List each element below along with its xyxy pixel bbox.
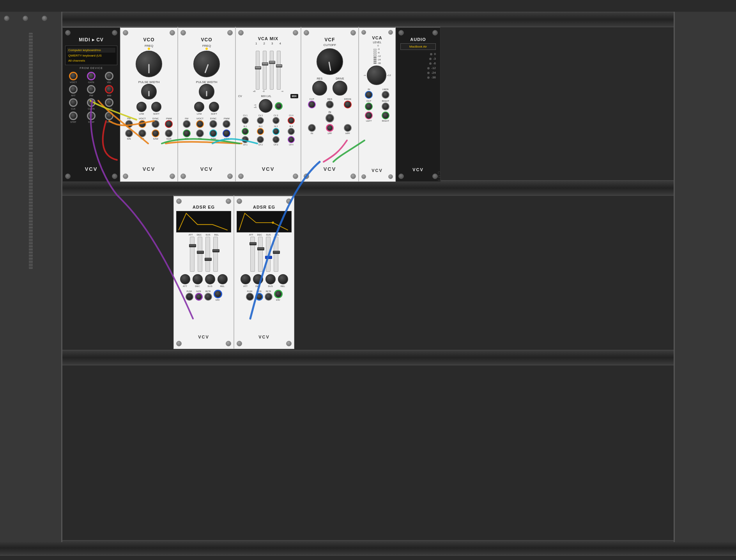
adsr1-att-knob[interactable] xyxy=(180,274,190,284)
vcamix-fader1[interactable] xyxy=(255,66,261,69)
vcamix-fader4[interactable] xyxy=(276,64,282,67)
adsr2-retr-jack[interactable] xyxy=(265,293,272,301)
vco2-voct-jack[interactable] xyxy=(196,120,204,128)
adsr1-env-jack[interactable] xyxy=(214,290,222,298)
jack-stop[interactable] xyxy=(87,112,96,120)
jack-mw[interactable] xyxy=(105,85,113,94)
adsr1-retr-jack[interactable] xyxy=(204,293,212,301)
midi-item-3[interactable]: All channels xyxy=(67,58,115,63)
vca-out-jack[interactable] xyxy=(365,103,373,110)
adsr2-rel-knob[interactable] xyxy=(278,274,288,284)
adsr2-sus-knob[interactable] xyxy=(265,274,276,284)
vcamix-in1[interactable] xyxy=(242,128,249,135)
vcamix-in4[interactable] xyxy=(288,128,295,135)
vco1-sync-jack[interactable] xyxy=(152,120,159,128)
jack-voct[interactable] xyxy=(69,72,78,80)
vco2-saw-jack[interactable] xyxy=(209,129,217,137)
adsr2-rel-fader[interactable] xyxy=(273,251,280,254)
vcf-res-knob[interactable] xyxy=(312,81,327,96)
vcamix-cv1[interactable] xyxy=(242,117,249,124)
vcf-in2-jack[interactable] xyxy=(308,124,316,132)
jack-gate[interactable] xyxy=(87,72,96,80)
vca-in-jack[interactable] xyxy=(365,91,373,99)
vco1-voct-jack[interactable] xyxy=(138,120,146,128)
vcamix-ch4[interactable] xyxy=(288,136,295,143)
vco1-soft-knob[interactable] xyxy=(151,102,161,112)
adsr2-gate-jack[interactable] xyxy=(255,293,263,301)
vco2-soft-knob[interactable] xyxy=(209,102,219,112)
vca-right2-jack[interactable] xyxy=(382,112,389,119)
vco2-pw-knob[interactable] xyxy=(199,84,214,99)
vca-lmon-jack[interactable] xyxy=(382,91,389,99)
vcf-res-jack[interactable] xyxy=(326,101,334,108)
adsr1-gate-jack[interactable] xyxy=(195,293,203,301)
vcamix-cv4[interactable] xyxy=(288,117,295,124)
vco2-lfm-knob[interactable] xyxy=(194,102,204,112)
audio-brand: VCV xyxy=(412,167,424,172)
vcf-cut-jack[interactable] xyxy=(308,101,316,108)
vcamix-lvl-knob[interactable] xyxy=(259,99,272,113)
vco1-tri-jack[interactable] xyxy=(138,129,146,137)
jack-clk[interactable] xyxy=(69,98,78,107)
adsr1-sus-fader[interactable] xyxy=(205,258,212,261)
adsr2-dec-knob[interactable] xyxy=(253,274,263,284)
vca-level-knob[interactable] xyxy=(367,66,386,85)
vco1-sin-jack[interactable] xyxy=(125,129,133,137)
vcf-cutoff-knob[interactable] xyxy=(317,48,343,75)
adsr1-att-fader[interactable] xyxy=(189,244,196,247)
jack-retr[interactable] xyxy=(105,98,113,107)
vco2-sync-jack[interactable] xyxy=(209,120,217,128)
vco2-pwm-jack[interactable] xyxy=(223,120,230,128)
vcamix-fader2[interactable] xyxy=(262,62,268,66)
adsr1-rel-fader[interactable] xyxy=(212,249,219,252)
vco1-saw-jack[interactable] xyxy=(152,129,159,137)
vco2-fm-jack[interactable] xyxy=(183,120,191,128)
jack-pw[interactable] xyxy=(87,85,96,94)
adsr1-push-jack[interactable] xyxy=(186,293,193,301)
adsr2-att-fader[interactable] xyxy=(249,242,257,245)
adsr2-att-knob[interactable] xyxy=(241,274,251,284)
vca-left-jack[interactable] xyxy=(365,112,373,119)
vco1-lfm-knob[interactable] xyxy=(136,102,147,112)
vcamix-in3[interactable] xyxy=(272,128,280,135)
midi-item-2[interactable]: QWERTY keyboard (US xyxy=(67,53,115,58)
jack-aft[interactable] xyxy=(69,85,78,94)
adsr2-dec-fader[interactable] xyxy=(257,247,264,250)
vco1-freq-knob[interactable] xyxy=(136,51,162,77)
vco2-sin-jack[interactable] xyxy=(183,129,191,137)
adsr1-sus-knob[interactable] xyxy=(205,274,215,284)
vcf-hpf-jack[interactable] xyxy=(344,124,352,132)
adsr1-dec-knob[interactable] xyxy=(193,274,203,284)
vcf-lpf-jack[interactable] xyxy=(326,124,334,132)
midi-item-1[interactable]: Computer keyboard/mo xyxy=(67,48,115,53)
vco2-sqr-jack[interactable] xyxy=(223,129,230,137)
vca-right-jack[interactable] xyxy=(382,103,389,110)
jack-cont[interactable] xyxy=(105,112,113,120)
vcamix-mix-jack[interactable] xyxy=(275,102,283,110)
jack-strt[interactable] xyxy=(69,112,78,120)
vcf-drive-knob[interactable] xyxy=(333,81,347,96)
vcamix-ch1[interactable] xyxy=(242,136,249,143)
vco2-tri-jack[interactable] xyxy=(196,129,204,137)
vco2-freq-knob[interactable] xyxy=(193,51,220,77)
vco1-fm-jack[interactable] xyxy=(125,120,133,128)
adsr1-dec-fader[interactable] xyxy=(197,251,204,254)
adsr2-push-jack[interactable] xyxy=(246,293,254,301)
adsr2-env-jack[interactable] xyxy=(274,290,283,298)
adsr1-rel-knob[interactable] xyxy=(218,274,228,284)
vcamix-ch3[interactable] xyxy=(272,136,280,143)
vco1-pwm-jack[interactable] xyxy=(165,120,173,128)
vcamix-in2[interactable] xyxy=(257,128,264,135)
vcamix-fader3[interactable] xyxy=(269,61,275,64)
vco1-sqr-jack[interactable] xyxy=(165,129,173,137)
vcamix-cv3[interactable] xyxy=(272,117,280,124)
vcamix-ch2[interactable] xyxy=(257,136,264,143)
mix-button[interactable]: MIX xyxy=(290,94,298,98)
adsr2-sus-fader[interactable] xyxy=(265,256,272,259)
vcf-drive-jack[interactable] xyxy=(344,101,352,108)
jack-vel[interactable] xyxy=(105,72,113,80)
vcamix-cv2[interactable] xyxy=(257,117,264,124)
vcf-in-jack[interactable] xyxy=(326,114,334,122)
vco1-pw-knob[interactable] xyxy=(141,84,157,99)
jack-clkn[interactable] xyxy=(87,98,96,107)
